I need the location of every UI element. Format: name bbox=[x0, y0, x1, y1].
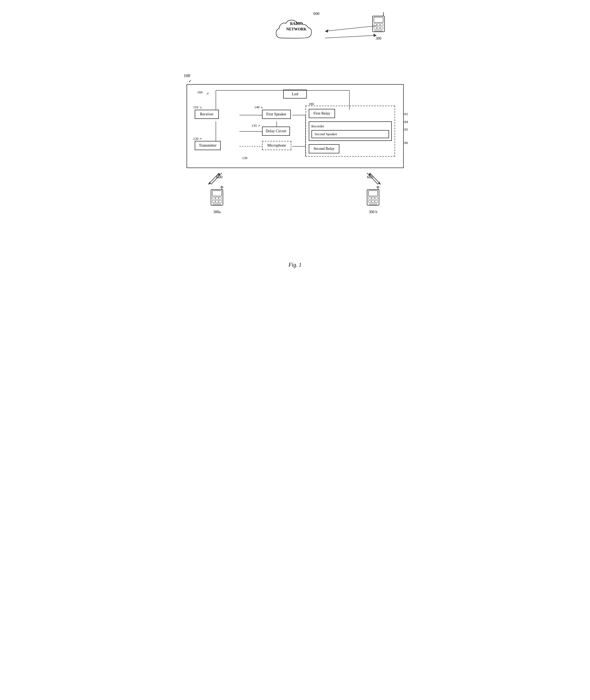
label-600b: 600 bbox=[367, 175, 373, 180]
svg-rect-30 bbox=[216, 197, 218, 199]
bottom-section: 600 300a bbox=[187, 172, 404, 259]
label-160: 160 bbox=[197, 90, 203, 95]
label-140: 140 ↘ bbox=[255, 105, 263, 109]
svg-rect-47 bbox=[369, 200, 371, 203]
transmitter-box: Transmitter bbox=[195, 141, 221, 150]
bottom-left-device: 600 300a bbox=[208, 186, 226, 214]
svg-rect-28 bbox=[212, 191, 221, 196]
svg-rect-46 bbox=[375, 197, 378, 199]
bottom-left-device-label: 300a bbox=[208, 210, 226, 214]
figure-caption: Fig. 1 bbox=[181, 262, 409, 268]
led-row: 160 ↗ Led bbox=[192, 90, 398, 99]
svg-rect-50 bbox=[369, 204, 377, 205]
label-186: 186 bbox=[403, 139, 408, 147]
svg-marker-54 bbox=[378, 182, 381, 184]
svg-rect-5 bbox=[380, 24, 383, 26]
page: RADIO NETWORK 600 bbox=[181, 11, 409, 276]
label-130: 130 bbox=[242, 156, 248, 160]
network-number-600: 600 bbox=[313, 11, 319, 16]
svg-rect-34 bbox=[219, 200, 221, 203]
svg-rect-45 bbox=[372, 197, 374, 199]
first-relay-wrapper: First Relay bbox=[309, 109, 392, 118]
led-box: Led bbox=[283, 90, 307, 99]
arrow-100: ↙ bbox=[189, 79, 192, 83]
label-100: 100 bbox=[184, 73, 190, 78]
svg-line-12 bbox=[325, 35, 377, 38]
svg-line-10 bbox=[325, 26, 377, 31]
bottom-right-device: 600 300 b bbox=[364, 186, 382, 214]
svg-rect-48 bbox=[372, 200, 374, 203]
components-area: Receiver 110 ↘ Transmitter 120 ↗ First S… bbox=[192, 103, 398, 163]
svg-marker-39 bbox=[208, 182, 211, 184]
main-system-box: 100 ↙ 160 ↗ Led bbox=[187, 84, 404, 168]
svg-rect-44 bbox=[369, 197, 371, 199]
svg-rect-4 bbox=[377, 24, 380, 26]
svg-rect-9 bbox=[375, 30, 382, 31]
top-device-label: 300 bbox=[370, 36, 387, 41]
svg-rect-8 bbox=[380, 27, 383, 29]
receiver-box: Receiver bbox=[195, 110, 219, 119]
led-label: Led bbox=[292, 92, 298, 96]
svg-rect-29 bbox=[212, 197, 215, 199]
svg-rect-49 bbox=[375, 200, 378, 203]
svg-rect-43 bbox=[369, 191, 378, 196]
second-relay-box: Second Relay bbox=[309, 144, 339, 154]
radio-network-cloud: RADIO NETWORK 600 bbox=[273, 16, 319, 47]
top-radio-device: 300 bbox=[370, 12, 387, 41]
svg-rect-32 bbox=[212, 200, 215, 203]
svg-rect-33 bbox=[216, 200, 218, 203]
svg-rect-7 bbox=[377, 27, 380, 29]
svg-rect-31 bbox=[219, 197, 221, 199]
arrow-160: ↗ bbox=[206, 92, 209, 96]
recorder-box: Recorder Second Speaker bbox=[309, 121, 392, 141]
svg-marker-11 bbox=[325, 29, 328, 32]
label-185: 185 bbox=[403, 126, 408, 133]
radio-network-label: RADIO NETWORK bbox=[273, 21, 319, 32]
label-182: 182 bbox=[403, 110, 408, 118]
svg-rect-35 bbox=[213, 204, 221, 205]
right-group-box: 180 First Relay Recorder Second Speaker bbox=[305, 106, 395, 157]
label-120: 120 ↗ bbox=[193, 136, 202, 141]
label-184: 184 bbox=[403, 118, 408, 126]
svg-rect-3 bbox=[374, 24, 377, 26]
svg-rect-2 bbox=[374, 17, 383, 22]
first-relay-box: First Relay bbox=[309, 109, 335, 118]
label-135: 135 ↗ bbox=[252, 123, 260, 128]
recorder-label: Recorder bbox=[311, 124, 389, 128]
delay-circuit-box: Delay Circuit bbox=[262, 126, 290, 136]
first-speaker-box: First Speaker bbox=[262, 110, 291, 119]
label-110: 110 ↘ bbox=[193, 105, 202, 109]
label-600a: 600 bbox=[216, 175, 223, 180]
right-labels: 182 184 185 186 bbox=[403, 110, 408, 146]
second-speaker-box: Second Speaker bbox=[311, 130, 389, 138]
label-180: 180 bbox=[309, 102, 314, 106]
microphone-box: Microphone bbox=[262, 141, 291, 150]
bottom-right-device-label: 300 b bbox=[364, 210, 382, 214]
svg-rect-6 bbox=[374, 27, 377, 29]
